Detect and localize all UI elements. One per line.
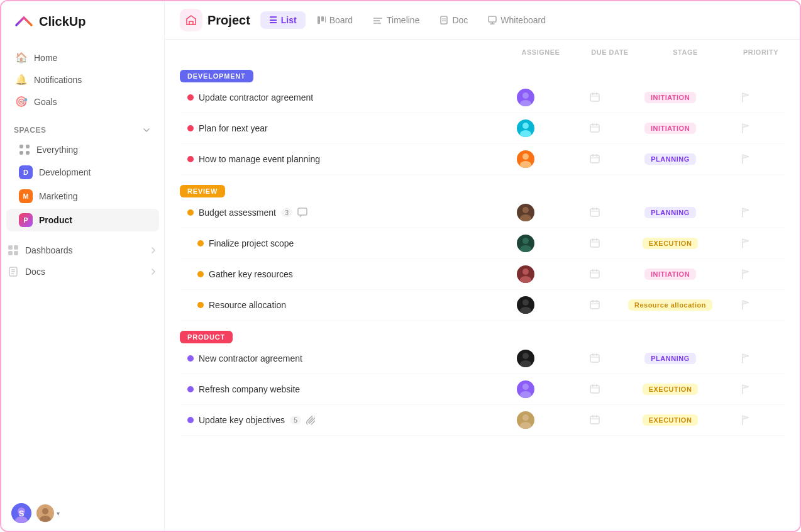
stage-badge[interactable]: EXECUTION [643,414,699,426]
tab-doc[interactable]: Doc [431,11,477,29]
task-name[interactable]: Update key objectives [199,415,285,425]
stage-cell: EXECUTION [626,238,714,249]
svg-rect-3 [26,151,30,155]
flag-icon[interactable] [741,123,751,134]
date-cell[interactable] [563,92,626,103]
date-cell[interactable] [563,269,626,280]
tab-list[interactable]: ☰ List [260,11,306,29]
logo[interactable]: ClickUp [1,1,164,42]
svg-point-46 [522,207,529,213]
flag-icon[interactable] [741,299,751,311]
tab-label: Board [329,15,353,25]
date-cell[interactable] [563,384,626,395]
assignee-cell [488,235,563,252]
content-area: ASSIGNEE DUE DATE STAGE PRIORITY DEVELOP… [165,40,800,531]
svg-rect-54 [590,240,599,247]
group-label-product: PRODUCT [180,331,233,343]
task-dot [187,94,194,101]
svg-rect-66 [590,301,599,309]
chevron-down-icon[interactable] [141,125,152,135]
sidebar-item-marketing[interactable]: M Marketing [6,185,159,208]
dropdown-arrow[interactable]: ▾ [57,510,60,517]
sidebar-item-goals[interactable]: 🎯 Goals [9,91,157,113]
svg-rect-0 [19,145,23,148]
assignee-cell [488,150,563,168]
svg-rect-29 [590,94,599,101]
main-content: Project ☰ List Board Timeline [165,1,800,531]
svg-point-76 [522,384,529,390]
flag-icon[interactable] [741,414,751,426]
sidebar-item-everything[interactable]: Everything [6,140,159,160]
task-name[interactable]: Refresh company website [199,384,300,394]
task-name-cell: Update key objectives 5 [187,415,488,425]
svg-rect-41 [590,155,599,163]
task-name[interactable]: Resource allocation [209,300,286,310]
svg-point-15 [40,516,51,522]
sidebar-item-product[interactable]: P Product [6,209,159,231]
flag-icon[interactable] [741,207,751,218]
date-cell[interactable] [563,238,626,249]
flag-icon[interactable] [741,153,751,165]
stage-badge[interactable]: Resource allocation [628,299,712,311]
sidebar-item-development[interactable]: D Development [6,161,159,184]
stage-badge[interactable]: INITIATION [644,269,696,280]
docs-label: Docs [25,267,45,277]
task-name[interactable]: Budget assessment [199,208,276,218]
svg-point-28 [520,100,531,106]
sidebar-item-notifications[interactable]: 🔔 Notifications [9,69,157,91]
tab-board[interactable]: Board [308,11,362,29]
sidebar-item-home[interactable]: 🏠 Home [9,47,157,69]
task-name-cell: How to manage event planning [187,154,488,164]
tab-whiteboard[interactable]: Whiteboard [479,11,555,29]
task-name[interactable]: Finalize project scope [209,238,294,248]
table-row: New contractor agreement PLANNING [180,343,785,374]
user-info[interactable]: ▾ [36,504,60,522]
flag-icon[interactable] [741,92,751,103]
date-cell[interactable] [563,353,626,364]
flag-icon[interactable] [741,269,751,280]
task-name[interactable]: Plan for next year [199,123,268,133]
svg-point-52 [522,238,529,244]
date-cell[interactable] [563,153,626,165]
avatar [517,411,534,429]
task-name[interactable]: Gather key resources [209,269,293,279]
date-cell[interactable] [563,123,626,134]
task-name[interactable]: Update contractor agreement [199,92,313,103]
date-cell[interactable] [563,299,626,311]
table-row: Gather key resources INITIATION [180,259,785,290]
sidebar-item-docs[interactable]: Docs [1,261,164,282]
stage-badge[interactable]: EXECUTION [643,384,699,395]
stage-badge[interactable]: PLANNING [644,207,695,218]
flag-icon[interactable] [741,238,751,249]
flag-icon[interactable] [741,353,751,364]
group-label-development: DEVELOPMENT [180,70,253,82]
flag-icon[interactable] [741,384,751,395]
stage-cell: EXECUTION [626,384,714,395]
date-cell[interactable] [563,414,626,426]
stage-badge[interactable]: INITIATION [644,123,696,134]
svg-point-82 [522,414,529,421]
space-label: Product [39,215,72,225]
date-cell[interactable] [563,207,626,218]
spaces-label: Spaces [14,126,46,135]
goals-icon: 🎯 [15,96,28,108]
avatar [517,350,534,367]
svg-rect-1 [26,145,30,148]
sidebar-footer: S ▾ [1,496,164,531]
everything-label: Everything [36,145,78,155]
dashboards-icon [8,245,19,256]
stage-badge[interactable]: PLANNING [644,153,695,165]
stage-badge[interactable]: EXECUTION [643,238,699,249]
task-name-cell: Update contractor agreement [187,92,488,103]
task-name[interactable]: New contractor agreement [199,353,302,363]
tab-timeline[interactable]: Timeline [364,11,428,29]
task-name[interactable]: How to manage event planning [199,154,320,164]
svg-rect-78 [590,385,599,393]
task-dot [197,240,204,247]
table-row: Update key objectives 5 EXECUTION [180,405,785,436]
tab-label: List [281,15,297,25]
sidebar-item-dashboards[interactable]: Dashboards [1,240,164,261]
stage-badge[interactable]: INITIATION [644,92,696,103]
priority-cell [714,238,777,249]
stage-badge[interactable]: PLANNING [644,353,695,364]
